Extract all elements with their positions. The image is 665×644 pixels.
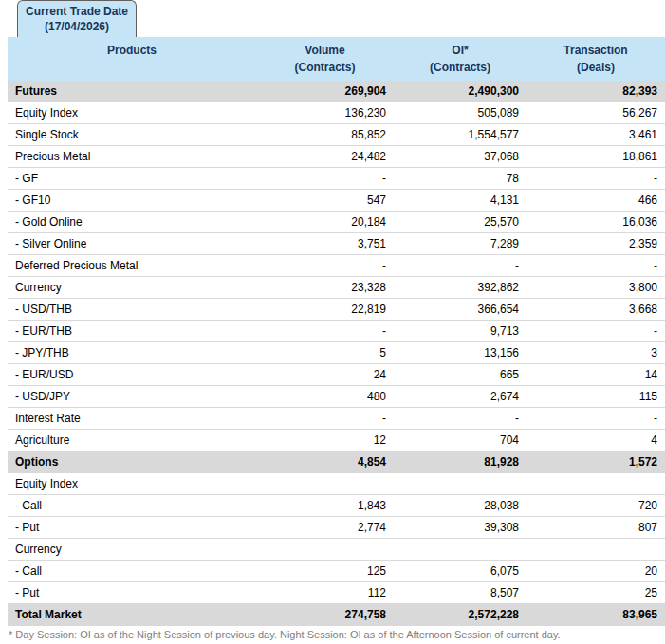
volume-cell: 125 xyxy=(256,561,394,582)
volume-cell: 5 xyxy=(256,342,394,364)
tab-label-line1: Current Trade Date xyxy=(18,4,136,19)
product-cell: Agriculture xyxy=(8,430,256,451)
transaction-cell: 25 xyxy=(526,582,665,604)
product-cell: - Gold Online xyxy=(8,212,256,233)
oi-cell: 81,928 xyxy=(394,451,526,473)
header-line2: (Deals) xyxy=(534,59,657,76)
oi-cell: 6,075 xyxy=(394,561,526,582)
product-cell: Currency xyxy=(8,277,256,299)
oi-cell: 37,068 xyxy=(394,146,526,168)
product-cell: Currency xyxy=(8,539,256,561)
volume-cell: 85,852 xyxy=(256,124,394,146)
transaction-cell: 3 xyxy=(526,342,665,364)
table-row: Currency xyxy=(8,539,665,561)
transaction-cell: 14 xyxy=(526,364,665,386)
product-cell: Deferred Precious Metal xyxy=(8,255,256,277)
volume-cell: 547 xyxy=(256,190,394,212)
product-cell: Options xyxy=(8,451,256,473)
transaction-cell: 1,572 xyxy=(526,451,665,473)
volume-cell xyxy=(256,539,394,561)
oi-cell: 25,570 xyxy=(394,212,526,233)
volume-cell: 24,482 xyxy=(256,146,394,168)
table-row: Currency23,328392,8623,800 xyxy=(8,277,665,299)
transaction-cell: 83,965 xyxy=(526,604,665,626)
table-row: - USD/THB22,819366,6543,668 xyxy=(8,299,665,321)
transaction-cell: 807 xyxy=(526,517,665,539)
header-line1: Transaction xyxy=(534,42,657,59)
product-cell: Total Market xyxy=(8,604,256,626)
transaction-cell: 466 xyxy=(526,190,665,212)
volume-cell: - xyxy=(256,168,394,190)
product-cell: - Silver Online xyxy=(8,233,256,255)
volume-cell: 112 xyxy=(256,582,394,604)
volume-cell: 274,758 xyxy=(256,604,394,626)
transaction-cell xyxy=(526,473,665,495)
volume-cell: 136,230 xyxy=(256,102,394,124)
oi-cell: 78 xyxy=(394,168,526,190)
oi-cell: 2,674 xyxy=(394,386,526,408)
table-row: Interest Rate--- xyxy=(8,408,665,430)
product-cell: Single Stock xyxy=(8,124,256,146)
product-cell: - EUR/THB xyxy=(8,321,256,342)
oi-cell xyxy=(394,473,526,495)
product-cell: - USD/JPY xyxy=(8,386,256,408)
oi-cell: 4,131 xyxy=(394,190,526,212)
current-trade-date-tab[interactable]: Current Trade Date (17/04/2026) xyxy=(17,0,137,37)
table-row: - GF-78- xyxy=(8,168,665,190)
transaction-cell: - xyxy=(526,408,665,430)
col-header-transaction: Transaction (Deals) xyxy=(526,37,665,81)
transaction-cell: 16,036 xyxy=(526,212,665,233)
product-cell: - Call xyxy=(8,561,256,582)
table-row: - USD/JPY4802,674115 xyxy=(8,386,665,408)
table-row: - EUR/USD2466514 xyxy=(8,364,665,386)
daily-trading-summary-page: Current Trade Date (17/04/2026) Products… xyxy=(0,0,665,644)
table-row: - GF105474,131466 xyxy=(8,190,665,212)
oi-cell: 2,572,228 xyxy=(394,604,526,626)
oi-cell: 39,308 xyxy=(394,517,526,539)
transaction-cell: 720 xyxy=(526,495,665,517)
transaction-cell: 3,800 xyxy=(526,277,665,299)
table-row: - Call1256,07520 xyxy=(8,561,665,582)
transaction-cell: 3,461 xyxy=(526,124,665,146)
transaction-cell: - xyxy=(526,255,665,277)
oi-cell: 665 xyxy=(394,364,526,386)
volume-cell: 3,751 xyxy=(256,233,394,255)
table-row: Deferred Precious Metal--- xyxy=(8,255,665,277)
product-cell: Precious Metal xyxy=(8,146,256,168)
volume-cell: 4,854 xyxy=(256,451,394,473)
product-cell: - GF10 xyxy=(8,190,256,212)
transaction-cell: - xyxy=(526,321,665,342)
volume-cell: - xyxy=(256,408,394,430)
product-cell: - JPY/THB xyxy=(8,342,256,364)
volume-cell: 480 xyxy=(256,386,394,408)
section-row: Futures269,9042,490,30082,393 xyxy=(8,81,665,102)
transaction-cell: - xyxy=(526,168,665,190)
oi-cell: 8,507 xyxy=(394,582,526,604)
oi-cell: 366,654 xyxy=(394,299,526,321)
product-cell: - USD/THB xyxy=(8,299,256,321)
col-header-products: Products xyxy=(8,37,256,81)
product-cell: - Put xyxy=(8,517,256,539)
volume-cell: 24 xyxy=(256,364,394,386)
oi-cell: 392,862 xyxy=(394,277,526,299)
volume-cell: 22,819 xyxy=(256,299,394,321)
volume-cell xyxy=(256,473,394,495)
volume-cell: 2,774 xyxy=(256,517,394,539)
header-line2: (Contracts) xyxy=(401,59,519,76)
table-row: - Silver Online3,7517,2892,359 xyxy=(8,233,665,255)
volume-cell: 1,843 xyxy=(256,495,394,517)
oi-cell: 13,156 xyxy=(394,342,526,364)
header-line1: Products xyxy=(15,42,249,59)
product-cell: - Call xyxy=(8,495,256,517)
table-row: - Put2,77439,308807 xyxy=(8,517,665,539)
product-cell: Futures xyxy=(8,81,256,102)
oi-cell: 2,490,300 xyxy=(394,81,526,102)
tab-label-line2: (17/04/2026) xyxy=(18,19,136,34)
oi-cell: 9,713 xyxy=(394,321,526,342)
transaction-cell: 2,359 xyxy=(526,233,665,255)
transaction-cell: 56,267 xyxy=(526,102,665,124)
volume-cell: - xyxy=(256,255,394,277)
product-cell: - Put xyxy=(8,582,256,604)
table-row: - JPY/THB513,1563 xyxy=(8,342,665,364)
table-row: - Call1,84328,038720 xyxy=(8,495,665,517)
